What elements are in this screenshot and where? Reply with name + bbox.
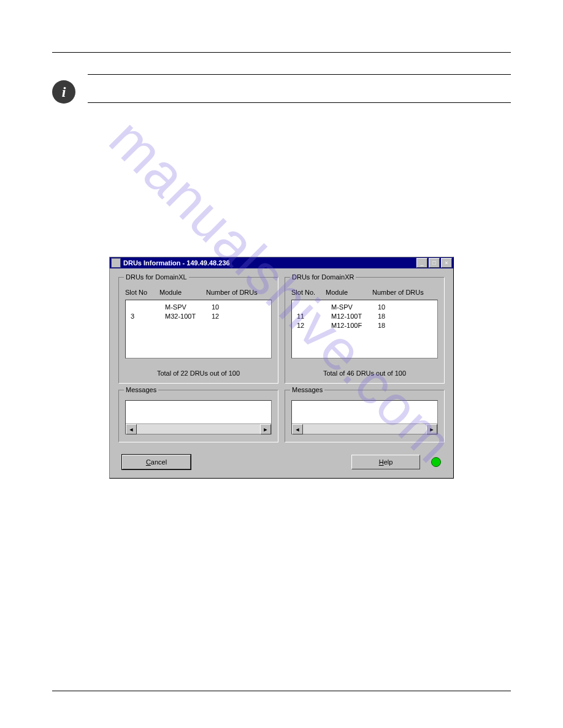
drus-information-dialog: DRUs Information - 149.49.48.236 _ □ × D… (109, 257, 454, 479)
page-rule-bottom (52, 691, 511, 691)
help-button[interactable]: Help (351, 455, 420, 469)
messages-box-left[interactable]: ◄ ► (125, 400, 272, 434)
total-text-xl: Total of 22 DRUs out of 100 (125, 370, 272, 377)
list-row: M-SPV 10 (131, 303, 266, 312)
header-slot-xl: Slot No (125, 289, 156, 296)
page-rule-top (52, 52, 511, 53)
list-row: 3 M32-100T 12 (131, 312, 266, 321)
messages-label-left: Messages (124, 386, 158, 393)
drus-domainxl-group: DRUs for DomainXL Slot No Module Number … (118, 277, 278, 384)
header-slot-xr: Slot No. (291, 289, 322, 296)
system-menu-icon[interactable] (111, 258, 121, 268)
close-button[interactable]: × (441, 258, 452, 268)
maximize-button[interactable]: □ (429, 258, 440, 268)
list-row: M-SPV 10 (297, 303, 432, 312)
scrollbar-horizontal[interactable]: ◄ ► (126, 423, 271, 434)
messages-group-right: Messages ◄ ► (285, 390, 445, 442)
cancel-button[interactable]: Cancel (122, 455, 191, 469)
info-icon: i (52, 80, 75, 104)
window-title: DRUs Information - 149.49.48.236 (123, 259, 416, 267)
messages-label-right: Messages (290, 386, 324, 393)
header-module-xl: Module (159, 289, 202, 296)
messages-group-left: Messages ◄ ► (118, 390, 278, 442)
drus-list-xl[interactable]: M-SPV 10 3 M32-100T 12 (125, 300, 272, 358)
total-text-xr: Total of 46 DRUs out of 100 (291, 370, 438, 377)
scroll-right-icon[interactable]: ► (260, 424, 271, 434)
scroll-left-icon[interactable]: ◄ (292, 424, 303, 434)
scrollbar-horizontal[interactable]: ◄ ► (292, 423, 437, 434)
group-title-xl: DRUs for DomainXL (124, 273, 189, 281)
col-headers-xr: Slot No. Module Number of DRUs (291, 289, 438, 296)
drus-domainxr-group: DRUs for DomainXR Slot No. Module Number… (285, 277, 445, 384)
status-led-icon (431, 457, 441, 467)
drus-list-xr[interactable]: M-SPV 10 11 M12-100T 18 12 M12-100F (291, 300, 438, 358)
header-number-xr: Number of DRUs (372, 289, 438, 296)
col-headers-xl: Slot No Module Number of DRUs (125, 289, 272, 296)
list-row: 12 M12-100F 18 (297, 321, 432, 330)
scroll-right-icon[interactable]: ► (426, 424, 437, 434)
list-row: 11 M12-100T 18 (297, 312, 432, 321)
titlebar[interactable]: DRUs Information - 149.49.48.236 _ □ × (110, 257, 453, 268)
group-title-xr: DRUs for DomainXR (290, 273, 356, 281)
minimize-button[interactable]: _ (416, 258, 427, 268)
messages-box-right[interactable]: ◄ ► (291, 400, 438, 434)
header-module-xr: Module (326, 289, 369, 296)
scroll-left-icon[interactable]: ◄ (126, 424, 137, 434)
header-number-xl: Number of DRUs (206, 289, 272, 296)
info-lines (88, 74, 511, 103)
